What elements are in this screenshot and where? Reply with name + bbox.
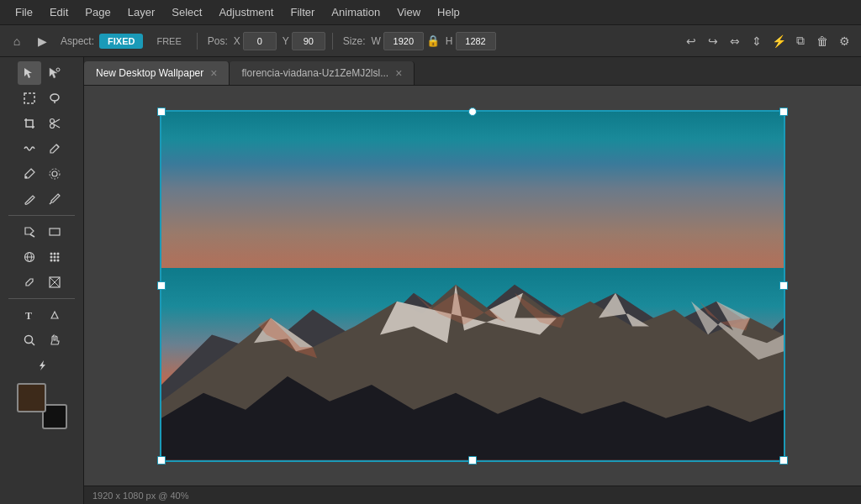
hand-tool[interactable] (43, 328, 66, 352)
handle-top-right[interactable] (779, 108, 788, 116)
pos-label: Pos: (208, 35, 228, 47)
lightning-icon[interactable]: ⚡ (769, 31, 789, 51)
globe-tool[interactable] (18, 245, 41, 269)
status-bar: 1920 x 1080 px @ 40% (84, 486, 861, 504)
separator2 (332, 33, 333, 50)
svg-marker-40 (414, 293, 506, 325)
main-area: T New Deskto (0, 57, 861, 504)
foreground-color-swatch[interactable] (17, 383, 46, 412)
svg-point-19 (50, 256, 52, 259)
copy-icon[interactable]: ⧉ (790, 31, 811, 51)
svg-marker-33 (161, 285, 784, 459)
gear-tool[interactable] (43, 162, 66, 186)
flip-v-icon[interactable]: ⇕ (747, 31, 767, 51)
menu-edit[interactable]: Edit (41, 3, 77, 22)
svg-point-22 (50, 260, 52, 262)
svg-rect-12 (50, 228, 60, 235)
wave-tool[interactable] (18, 137, 41, 160)
svg-marker-32 (161, 285, 784, 459)
move-tool[interactable] (43, 61, 66, 85)
menu-filter[interactable]: Filter (282, 3, 323, 22)
dots-tool[interactable] (43, 245, 66, 269)
handle-bottom-center[interactable] (468, 456, 477, 465)
svg-point-18 (56, 253, 59, 255)
free-button[interactable]: FREE (148, 34, 189, 49)
redo-icon[interactable]: ↪ (703, 31, 723, 51)
eyedropper-tool[interactable] (43, 187, 66, 211)
xmark-tool[interactable] (43, 270, 66, 294)
undo-icon[interactable]: ↩ (681, 31, 701, 51)
tab-close-1[interactable]: × (210, 67, 217, 79)
paint-bucket-tool[interactable] (18, 220, 41, 244)
select-tool[interactable] (18, 61, 41, 85)
tab-label: New Desktop Wallpaper (96, 67, 203, 79)
text-tool[interactable]: T (18, 303, 41, 327)
toolbar: ⌂ ▶ Aspect: FIXED FREE Pos: X Y Size: W … (0, 25, 861, 57)
menu-view[interactable]: View (388, 3, 429, 22)
lightning-bolt-tool[interactable] (30, 354, 54, 377)
tab-new-desktop[interactable]: New Desktop Wallpaper × (84, 61, 230, 85)
aspect-label: Aspect: (61, 35, 94, 47)
settings-icon[interactable]: ⚙ (834, 31, 854, 51)
x-input[interactable] (243, 32, 277, 50)
tabs-bar: New Desktop Wallpaper × florencia-viadan… (84, 57, 861, 86)
zoom-tool[interactable] (18, 328, 41, 352)
pen-tool[interactable] (18, 270, 41, 294)
h-label: H (446, 35, 453, 47)
tools-panel: T (0, 57, 84, 504)
flip-h-icon[interactable]: ⇔ (725, 31, 745, 51)
svg-point-29 (24, 336, 32, 344)
handle-bottom-right[interactable] (779, 456, 788, 465)
handle-middle-right[interactable] (779, 281, 788, 290)
svg-point-0 (56, 68, 60, 71)
home-icon[interactable]: ⌂ (7, 31, 27, 51)
tool-row-6 (18, 187, 66, 211)
size-group: Size: W 🔒 H (340, 32, 496, 50)
handle-top-center[interactable] (468, 108, 477, 116)
crop-tool[interactable] (18, 112, 41, 135)
canvas-frame[interactable] (160, 110, 785, 462)
svg-marker-41 (515, 293, 565, 328)
menu-layer[interactable]: Layer (119, 3, 164, 22)
menu-page[interactable]: Page (77, 3, 119, 22)
menu-help[interactable]: Help (429, 3, 468, 22)
tab-florencia[interactable]: florencia-viadana-Uz1ZeMJ2lsl... × (230, 61, 415, 85)
lock-icon[interactable]: 🔒 (426, 34, 440, 47)
dropper-tool[interactable] (18, 162, 41, 186)
menu-animation[interactable]: Animation (323, 3, 388, 22)
handle-top-left[interactable] (157, 108, 166, 116)
svg-marker-35 (254, 318, 313, 352)
width-input[interactable] (383, 32, 424, 50)
lasso-tool[interactable] (43, 87, 66, 110)
handle-bottom-left[interactable] (157, 456, 166, 465)
svg-point-21 (56, 256, 59, 259)
rect-tool[interactable] (43, 220, 66, 244)
svg-marker-39 (258, 318, 317, 359)
menu-adjustment[interactable]: Adjustment (210, 3, 282, 22)
fixed-button[interactable]: FIXED (99, 34, 143, 49)
tab-close-2[interactable]: × (395, 67, 402, 79)
status-text: 1920 x 1080 px @ 40% (92, 491, 189, 501)
svg-rect-1 (24, 93, 34, 103)
scissors-tool[interactable] (43, 112, 66, 135)
separator (197, 33, 198, 50)
height-input[interactable] (456, 32, 496, 50)
tool-row-5 (18, 162, 66, 186)
y-input[interactable] (292, 32, 325, 50)
position-group: Pos: X Y (204, 32, 325, 50)
marquee-tool[interactable] (18, 87, 41, 110)
handle-middle-left[interactable] (157, 281, 166, 290)
menu-file[interactable]: File (7, 3, 41, 22)
delete-icon[interactable]: 🗑 (812, 31, 832, 51)
color-swatches[interactable] (17, 383, 67, 429)
menu-select[interactable]: Select (163, 3, 210, 22)
svg-point-5 (50, 124, 54, 129)
stamp-tool[interactable] (43, 303, 66, 327)
pencil-tool[interactable] (43, 137, 66, 160)
svg-marker-37 (691, 302, 784, 360)
tool-row-4 (18, 137, 66, 160)
size-label: Size: (343, 35, 366, 47)
svg-line-30 (31, 343, 34, 346)
brush-tool[interactable] (18, 187, 41, 211)
cursor-icon[interactable]: ▶ (32, 31, 52, 51)
